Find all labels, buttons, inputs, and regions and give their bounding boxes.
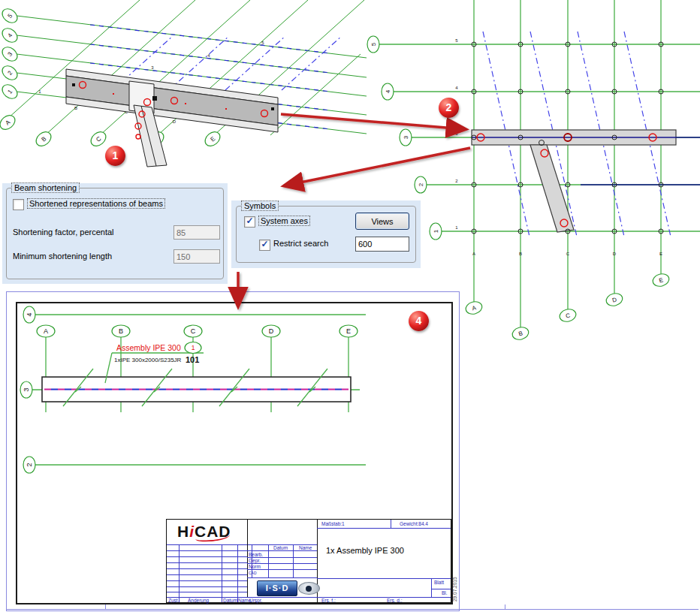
marker-ball-2: 2 — [439, 98, 459, 118]
hicad-logo-swoosh — [195, 531, 231, 542]
marker-ball-4: 4 — [409, 311, 429, 331]
sheet-axis-label-B: B — [112, 325, 130, 337]
svg-text:4: 4 — [385, 89, 391, 93]
iso-axis-label-5: 5 — [0, 6, 20, 26]
system-axes-checkbox[interactable]: ✓ — [244, 216, 255, 228]
svg-text:4: 4 — [26, 312, 33, 316]
svg-text:E: E — [659, 252, 662, 256]
sheet-border-tick — [505, 604, 505, 610]
svg-text:1: 1 — [38, 89, 41, 94]
svg-text:5: 5 — [455, 38, 458, 43]
svg-text:3: 3 — [151, 65, 154, 70]
plan-axis-label-D: D — [605, 291, 623, 307]
svg-text:2: 2 — [26, 463, 33, 466]
sheet-bottom-border — [6, 609, 698, 610]
row-bearb: Bearb. — [249, 552, 263, 557]
iso-axis-label-C: C — [88, 129, 108, 149]
svg-text:1: 1 — [433, 229, 439, 233]
svg-text:5: 5 — [370, 42, 377, 46]
plan-secondary-beam[interactable] — [530, 145, 574, 232]
svg-text:2: 2 — [455, 179, 458, 183]
ers-f-label: Ers. f.: — [321, 598, 336, 603]
svg-text:C: C — [566, 252, 570, 256]
shortened-representation-label[interactable]: Shortened representations of beams — [27, 198, 165, 209]
beam-shortening-title: Beam shortening — [11, 182, 80, 193]
svg-text:D: D — [269, 327, 274, 335]
symbols-title: Symbols — [241, 200, 279, 211]
isd-logo: I·S·D — [257, 580, 297, 596]
isd-eye-icon — [298, 582, 320, 595]
shortened-representation-checkbox[interactable] — [13, 199, 24, 210]
iso-model-view: 5 4 3 2 1 B C D E 5 4 3 2 1 A B C D — [0, 0, 368, 176]
minimum-length-label: Minimum shortening length — [13, 252, 112, 261]
plan-beam[interactable] — [472, 130, 700, 185]
svg-text:4: 4 — [207, 53, 210, 58]
plan-axis-label-A: A — [464, 300, 483, 315]
datum-header: Datum — [273, 545, 288, 550]
svg-text:D: D — [613, 252, 617, 256]
minimum-length-input[interactable] — [173, 249, 220, 264]
svg-text:Assembly IPE 300: Assembly IPE 300 — [116, 343, 181, 352]
plan-axis-label-B: B — [511, 325, 530, 341]
bl-label: Bl. — [442, 590, 448, 595]
iso-axis-label-4: 4 — [0, 26, 20, 45]
svg-text:101: 101 — [186, 355, 199, 364]
part-description: 1x Assembly IPE 300 — [326, 546, 404, 555]
restrict-search-label[interactable]: Restrict search — [273, 239, 328, 248]
iso-axis-label-B: B — [33, 129, 53, 149]
symbols-groupbox: Symbols ✓ System axes Views ✓ Restrict s… — [236, 206, 416, 263]
scale-label: Maßstab:1 — [321, 521, 345, 526]
system-axes-label[interactable]: System axes — [258, 216, 310, 226]
symbols-panel: Symbols ✓ System axes Views ✓ Restrict s… — [231, 200, 421, 268]
plan-axis-label-E: E — [651, 272, 670, 288]
iso-axis-label-A: A — [0, 113, 18, 132]
drawing-sheet: Assembly IPE 300 1 1xIPE 300x2000/S235JR… — [6, 291, 460, 611]
svg-text:B: B — [119, 327, 123, 335]
datum-label: Datum — [223, 598, 237, 603]
svg-text:3: 3 — [455, 131, 458, 136]
iso-axis-label-1: 1 — [0, 82, 20, 101]
sheet-axis-label-E: E — [339, 325, 358, 337]
svg-text:E: E — [346, 327, 351, 335]
shortening-factor-input[interactable] — [173, 225, 220, 240]
beam-shortening-groupbox: Beam shortening Shortened representation… — [6, 188, 224, 279]
plan-axis-label-5: 5 — [367, 36, 379, 53]
title-block: HiCAD Maßstab:1 Gewicht:84.4 Datum Name … — [166, 519, 451, 603]
sheet-border-tick — [105, 604, 106, 610]
plan-axis-label-4: 4 — [382, 83, 394, 100]
plan-axis-label-C: C — [558, 307, 577, 323]
svg-text:5: 5 — [261, 41, 264, 45]
svg-text:3: 3 — [403, 135, 409, 139]
sheet-axis-label-C: C — [184, 325, 202, 337]
aenderung-label: Änderung — [188, 598, 209, 603]
weight-label: Gewicht:84.4 — [400, 521, 428, 526]
restrict-search-checkbox[interactable]: ✓ — [259, 240, 270, 251]
sheet-axis-label-3: 3 — [20, 381, 32, 398]
beam-shortening-panel: Beam shortening Shortened representation… — [2, 183, 228, 284]
sheet-axis-label-4: 4 — [23, 306, 35, 323]
ers-d-label: Ers. d.: — [387, 598, 403, 603]
urspr-label: Urspr. — [249, 598, 262, 603]
row-norm: Norm — [249, 564, 261, 569]
sheet-axis-label-2: 2 — [23, 457, 35, 473]
sheet-date: 29.07.2015 — [452, 577, 457, 601]
svg-text:C: C — [191, 327, 196, 335]
row-gepr: Gepr. — [249, 558, 261, 563]
svg-text:D: D — [173, 119, 177, 124]
iso-axis-label-3: 3 — [0, 44, 20, 64]
sheet-axis-label-D: D — [262, 325, 280, 337]
sheet-axis-label-A: A — [37, 325, 55, 337]
svg-text:1xIPE 300x2000/S235JR: 1xIPE 300x2000/S235JR — [114, 357, 182, 363]
screenshot-root: 5 4 3 2 1 B C D E 5 4 3 2 1 A B C D — [0, 0, 700, 612]
plan-axis-label-2: 2 — [415, 176, 427, 193]
svg-text:B: B — [74, 106, 77, 110]
shortening-factor-label: Shortening factor, percental — [13, 228, 114, 237]
svg-text:1: 1 — [455, 225, 458, 230]
svg-text:A: A — [472, 252, 475, 256]
plan-axis-label-3: 3 — [400, 129, 412, 146]
svg-text:2: 2 — [418, 182, 424, 186]
restrict-search-input[interactable] — [355, 237, 409, 252]
plan-axis-label-1: 1 — [430, 223, 442, 240]
views-button[interactable]: Views — [355, 213, 409, 230]
svg-text:3: 3 — [23, 387, 30, 391]
